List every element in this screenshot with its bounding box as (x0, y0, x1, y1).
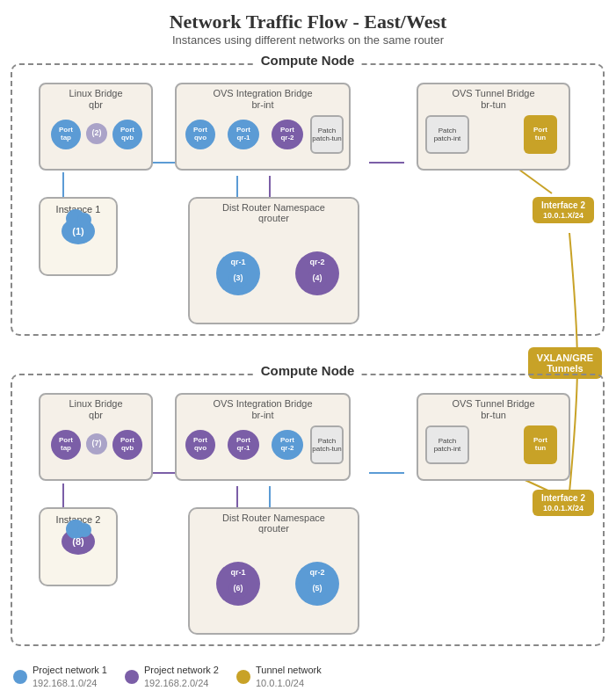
bottom-router-ns: Dist Router Namespace qrouter qr-1 (6) q… (188, 507, 359, 635)
bottom-port-tun[interactable]: Porttun (524, 425, 557, 464)
bottom-qr2-port[interactable]: qr-2 (5) (295, 562, 339, 606)
top-ovs-tun-bridge: OVS Tunnel Bridge br-tun Patchpatch-int … (417, 83, 570, 171)
legend-text-tunnel: Tunnel network 10.0.1.0/24 (256, 664, 322, 689)
legend-text-network1: Project network 1 192.168.1.0/24 (33, 664, 107, 689)
top-linux-bridge: Linux Bridge qbr Porttap (2) Portqvb (39, 83, 153, 171)
bottom-num7: (7) (86, 433, 107, 454)
top-port-qvb[interactable]: Portqvb (112, 120, 142, 149)
bottom-port-qvo[interactable]: Portqvo (185, 430, 215, 460)
top-patch-tun[interactable]: Patchpatch-tun (310, 115, 344, 154)
top-instance-cloud: (1) (62, 218, 95, 244)
legend-item-network2: Project network 2 192.168.2.0/24 (125, 664, 219, 689)
bottom-if2-sublabel: 10.0.1.X/24 (543, 504, 583, 513)
bottom-patch-tun[interactable]: Patchpatch-tun (310, 425, 344, 464)
top-compute-node: Compute Node Linux Bridge qbr Porttap (2… (11, 63, 605, 336)
top-lb-sublabel: qbr (89, 99, 103, 110)
top-port-tap[interactable]: Porttap (51, 120, 81, 149)
top-instance-num: (1) (72, 226, 83, 236)
bottom-lb-label: Linux Bridge (69, 398, 122, 409)
legend-item-tunnel: Tunnel network 10.0.1.0/24 (236, 664, 322, 689)
legend-text-network2: Project network 2 192.168.2.0/24 (144, 664, 219, 689)
bottom-patch-int[interactable]: Patchpatch-int (425, 425, 469, 464)
bottom-if2-label: Interface 2 (541, 493, 585, 503)
bottom-instance-num: (8) (72, 536, 83, 547)
top-ovs-int-sublabel: br-int (251, 99, 273, 110)
bottom-port-qr1[interactable]: Portqr-1 (228, 430, 259, 460)
top-router-ns: Dist Router Namespace qrouter qr-1 (3) q… (188, 197, 359, 324)
legend-dot-tunnel (236, 670, 250, 684)
top-ovs-tun-sublabel: br-tun (481, 99, 506, 110)
top-if2-sublabel: 10.0.1.X/24 (543, 211, 583, 220)
bottom-port-tap[interactable]: Porttap (51, 430, 81, 460)
bottom-instance-cloud: (8) (62, 528, 95, 555)
top-interface2: Interface 2 10.0.1.X/24 (533, 197, 594, 223)
top-port-qvo[interactable]: Portqvo (185, 120, 215, 149)
top-port-tun[interactable]: Porttun (524, 115, 557, 154)
top-ovs-int-bridge: OVS Integration Bridge br-int Portqvo Po… (175, 83, 351, 171)
bottom-ovs-tun-bridge: OVS Tunnel Bridge br-tun Patchpatch-int … (417, 393, 570, 481)
top-lb-label: Linux Bridge (69, 88, 122, 98)
top-router-ns-label: Dist Router Namespace (222, 202, 325, 213)
page-subtitle: Instances using different networks on th… (0, 33, 616, 47)
top-compute-node-label: Compute Node (256, 53, 360, 68)
bottom-interface2: Interface 2 10.0.1.X/24 (533, 490, 594, 516)
page-title: Network Traffic Flow - East/West (0, 0, 616, 33)
legend-item-network1: Project network 1 192.168.1.0/24 (13, 664, 107, 689)
bottom-compute-node: Compute Node Linux Bridge qbr Porttap (7… (11, 374, 605, 646)
bottom-instance: Instance 2 (8) #bottom-instance-cloud-be… (39, 507, 118, 586)
bottom-router-ns-sublabel: qrouter (258, 523, 289, 534)
top-port-qr1[interactable]: Portqr-1 (228, 120, 259, 149)
top-patch-int[interactable]: Patchpatch-int (425, 115, 469, 154)
legend-dot-network1 (13, 670, 27, 684)
bottom-ovs-int-label: OVS Integration Bridge (213, 398, 312, 409)
bottom-ovs-int-sublabel: br-int (251, 410, 273, 420)
bottom-ovs-tun-label: OVS Tunnel Bridge (452, 398, 534, 409)
bottom-compute-node-label: Compute Node (256, 363, 360, 378)
legend: Project network 1 192.168.1.0/24 Project… (13, 664, 322, 689)
bottom-qr1-port[interactable]: qr-1 (6) (216, 562, 260, 606)
bottom-port-qvb[interactable]: Portqvb (112, 430, 142, 460)
bottom-ovs-int-bridge: OVS Integration Bridge br-int Portqvo Po… (175, 393, 351, 481)
top-instance: Instance 1 (1) (39, 197, 118, 276)
top-qr2-port[interactable]: qr-2 (4) (295, 251, 339, 295)
top-num2: (2) (86, 123, 107, 144)
bottom-port-qr2[interactable]: Portqr-2 (272, 430, 303, 460)
top-ovs-tun-label: OVS Tunnel Bridge (452, 88, 534, 98)
bottom-router-ns-label: Dist Router Namespace (222, 513, 325, 523)
bottom-lb-sublabel: qbr (89, 410, 103, 420)
top-qr1-port[interactable]: qr-1 (3) (216, 251, 260, 295)
bottom-ovs-tun-sublabel: br-tun (481, 410, 506, 420)
top-if2-label: Interface 2 (541, 200, 585, 210)
bottom-linux-bridge: Linux Bridge qbr Porttap (7) Portqvb (39, 393, 153, 481)
top-ovs-int-label: OVS Integration Bridge (213, 88, 312, 98)
top-router-ns-sublabel: qrouter (258, 213, 289, 223)
legend-dot-network2 (125, 670, 139, 684)
top-port-qr2[interactable]: Portqr-2 (272, 120, 303, 149)
